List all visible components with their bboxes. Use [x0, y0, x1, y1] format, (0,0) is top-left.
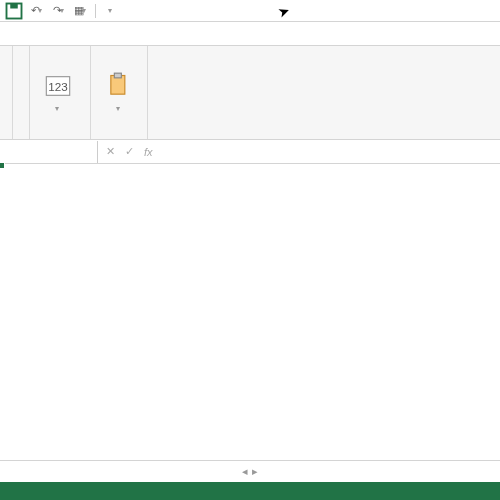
- overflow-icon[interactable]: ▾: [101, 2, 121, 20]
- group-label: [97, 135, 141, 137]
- group-paste: ▾: [91, 46, 148, 139]
- quick-access-toolbar: ↶▾ ↷▾ ▦▾ ▾: [0, 0, 500, 22]
- pagesetup-icon[interactable]: ▦▾: [70, 2, 90, 20]
- group-num-entry: 123 ▾: [30, 46, 91, 139]
- formula-input[interactable]: [161, 140, 500, 163]
- sheet-nav[interactable]: ◂ ▸: [234, 465, 265, 478]
- confirm-icon[interactable]: ✓: [125, 145, 134, 158]
- group-label: [36, 135, 84, 137]
- active-cell-outline: [0, 164, 4, 168]
- sheet-tab-row: ◂ ▸: [0, 460, 500, 482]
- svg-rect-5: [114, 73, 121, 78]
- copy-paste-button[interactable]: ▾: [97, 50, 141, 135]
- group-text-processing: [0, 46, 13, 139]
- separator: [95, 4, 96, 18]
- name-box[interactable]: [0, 141, 98, 163]
- ribbon-tabs: [0, 22, 500, 46]
- group-adv-text: [13, 46, 30, 139]
- ribbon: 123 ▾ ▾: [0, 46, 500, 140]
- fx-icon[interactable]: fx: [144, 146, 153, 158]
- svg-text:123: 123: [48, 80, 67, 93]
- num-entry-button[interactable]: 123 ▾: [36, 50, 80, 135]
- formula-bar: ✕ ✓ fx: [0, 140, 500, 164]
- redo-icon[interactable]: ↷▾: [48, 2, 68, 20]
- undo-icon[interactable]: ↶▾: [26, 2, 46, 20]
- cancel-icon[interactable]: ✕: [106, 145, 115, 158]
- save-icon[interactable]: [4, 2, 24, 20]
- svg-rect-1: [10, 3, 18, 8]
- status-bar: [0, 482, 500, 500]
- group-label: [19, 135, 23, 137]
